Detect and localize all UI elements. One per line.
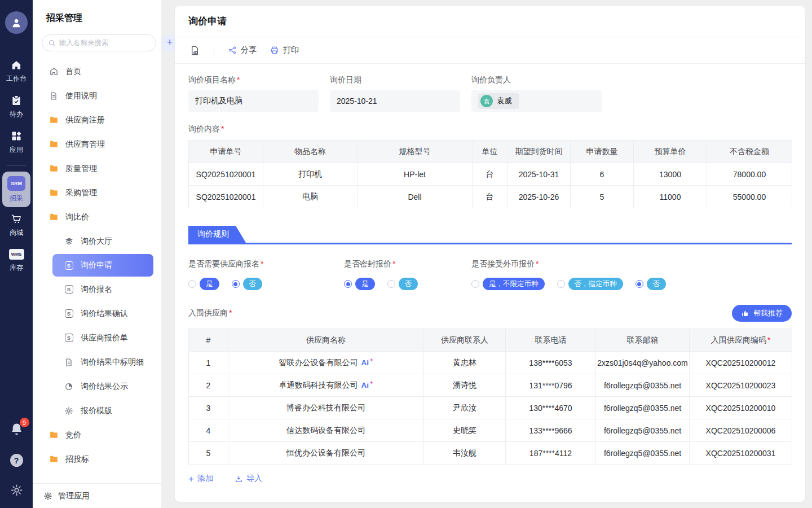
project-name-input[interactable]: 打印机及电脑 <box>188 90 319 112</box>
column-header: # <box>189 329 228 352</box>
rail-item-apps[interactable]: 应用 <box>0 125 33 161</box>
sidebar-item-label: 供应商报价单 <box>81 333 128 343</box>
sidebar-item-supplier-quote[interactable]: 供应商报价单 <box>33 326 161 350</box>
radio-option[interactable]: 否 <box>232 278 263 290</box>
sidebar-item-quality-manage[interactable]: 质量管理 <box>33 156 161 181</box>
table-row: 3博睿办公科技有限公司尹欣汝130****4670f6rollegzq5@035… <box>189 397 792 419</box>
sidebar-item-inquiry-award-detail[interactable]: 询价结果中标明细 <box>33 350 161 374</box>
search-box[interactable] <box>42 34 156 51</box>
sidebar-item-inquiry-publicity[interactable]: 询价结果公示 <box>33 374 161 398</box>
inquiry-date-input[interactable]: 2025-10-21 <box>330 90 460 112</box>
search-icon <box>48 39 56 47</box>
table-cell: 台 <box>473 163 508 186</box>
preview-document-icon[interactable] <box>189 45 200 56</box>
print-button[interactable]: 打印 <box>270 45 299 55</box>
radio-option[interactable]: 否，指定币种 <box>557 278 623 290</box>
rail-item-label: 招采 <box>10 194 23 203</box>
sidebar-item-purchase-manage[interactable]: 采购管理 <box>33 181 161 205</box>
rail-item-procurement[interactable]: SRM招采 <box>2 172 30 207</box>
sidebar-item-inquiry-hall[interactable]: 询价大厅 <box>33 229 161 253</box>
rail-item-label: 工作台 <box>6 74 27 84</box>
owner-chip[interactable]: 袁 袁威 <box>478 93 519 109</box>
sidebar-item-inquiry-signup[interactable]: 询价报名 <box>33 277 161 301</box>
sidebar-item-label: 首页 <box>65 67 81 77</box>
sidebar-item-quote-template[interactable]: 报价模版 <box>33 398 161 423</box>
rail-item-inventory[interactable]: WMS库存 <box>0 244 33 279</box>
notification-count-badge: 9 <box>20 418 29 427</box>
table-cell: 133****9666 <box>506 419 596 442</box>
search-input[interactable] <box>59 39 150 47</box>
suppliers-table: #供应商名称供应商联系人联系电话联系邮箱入围供应商编码 1智联办公设备有限公司A… <box>188 329 792 465</box>
rules-groups: 是否需要供应商报名 是否 是否密封报价 是否 是否接受外币报价 是，不限定币种否… <box>188 259 792 290</box>
share-icon <box>228 46 237 55</box>
rail-item-mall[interactable]: 商城 <box>0 208 33 244</box>
project-name-field: 询价项目名称 打印机及电脑 <box>188 75 319 112</box>
project-name-label: 询价项目名称 <box>188 75 319 85</box>
table-cell: HP-let <box>358 163 473 186</box>
radio-option[interactable]: 是，不限定币种 <box>471 278 545 290</box>
table-cell: 78000.00 <box>707 163 792 186</box>
column-header: 物品名称 <box>263 141 358 163</box>
sheet-icon <box>64 309 74 319</box>
sidebar-item-home[interactable]: 首页 <box>33 59 161 84</box>
rail-item-label: 商城 <box>10 228 23 238</box>
table-cell: 黄忠林 <box>424 352 506 374</box>
settings-button[interactable] <box>10 484 23 497</box>
radio-option[interactable]: 是 <box>188 278 219 290</box>
owner-input[interactable]: 袁 袁威 <box>471 90 602 112</box>
rail-divider <box>7 165 26 166</box>
folder-icon <box>48 430 59 440</box>
radio-checked-icon[interactable] <box>344 280 352 288</box>
manage-apps-button[interactable]: 管理应用 <box>33 483 161 508</box>
sidebar-item-inquiry-confirm[interactable]: 询价结果确认 <box>33 301 161 326</box>
rule-supplier-signup: 是否需要供应商报名 是否 <box>188 259 344 290</box>
grid-icon <box>11 130 22 142</box>
share-button[interactable]: 分享 <box>228 45 257 55</box>
add-supplier-button[interactable]: 添加 <box>188 474 213 484</box>
radio-checked-icon[interactable] <box>636 280 643 288</box>
badge-icon: SRM <box>7 176 25 191</box>
gear-icon <box>64 406 74 416</box>
sidebar-item-tender[interactable]: 招投标 <box>33 447 161 471</box>
column-header: 期望到货时间 <box>508 141 571 163</box>
table-row: 4信达数码设备有限公司史晓笑133****9666f6rollegzq5@035… <box>189 419 792 442</box>
rail-item-label: 应用 <box>10 145 23 155</box>
sidebar-item-supplier-register[interactable]: 供应商注册 <box>33 108 161 132</box>
radio-option[interactable]: 否 <box>636 278 667 290</box>
radio-unchecked-icon[interactable] <box>188 280 196 288</box>
table-cell: 138****6053 <box>506 352 596 374</box>
owner-label: 询价负责人 <box>471 75 602 85</box>
notifications-button[interactable]: 9 <box>9 422 24 437</box>
owner-name: 袁威 <box>497 96 512 106</box>
pie-icon <box>64 382 74 392</box>
table-cell: XQC202510200010 <box>690 397 792 419</box>
sidebar-item-bidding[interactable]: 竞价 <box>33 423 161 447</box>
rule-sealed-quote: 是否密封报价 是否 <box>344 259 471 290</box>
sidebar-item-label: 报价模版 <box>81 406 112 416</box>
recommend-button[interactable]: 帮我推荐 <box>732 305 792 322</box>
sidebar-item-label: 询价结果确认 <box>81 309 128 319</box>
user-avatar[interactable] <box>5 11 28 34</box>
sidebar-item-instructions[interactable]: 使用说明 <box>33 84 161 108</box>
help-button[interactable] <box>10 454 23 467</box>
suppliers-label: 入围供应商 <box>188 308 232 318</box>
rail-item-workbench[interactable]: 工作台 <box>0 54 33 90</box>
rail-item-todo[interactable]: 待办 <box>0 90 33 125</box>
table-cell: 5 <box>189 442 228 465</box>
table-cell: 2xzs01j0s4q@yahoo.com <box>596 352 690 374</box>
sidebar-item-inquiry-apply[interactable]: 询价申请 <box>52 254 153 277</box>
radio-option[interactable]: 否 <box>387 278 418 290</box>
option-pill: 否，指定币种 <box>568 278 623 290</box>
radio-option[interactable]: 是 <box>344 278 375 290</box>
radio-unchecked-icon[interactable] <box>387 280 395 288</box>
radio-checked-icon[interactable] <box>232 280 240 288</box>
radio-unchecked-icon[interactable] <box>557 280 565 288</box>
table-cell: Dell <box>358 186 473 208</box>
import-button[interactable]: 导入 <box>235 474 262 484</box>
column-header: 单位 <box>473 141 508 163</box>
sidebar-item-supplier-manage[interactable]: 供应商管理 <box>33 132 161 156</box>
sidebar-item-inquiry-compare[interactable]: 询比价 <box>33 205 161 229</box>
table-cell: 187****4112 <box>506 442 596 465</box>
radio-unchecked-icon[interactable] <box>471 280 479 288</box>
sidebar-item-label: 招投标 <box>65 454 89 465</box>
